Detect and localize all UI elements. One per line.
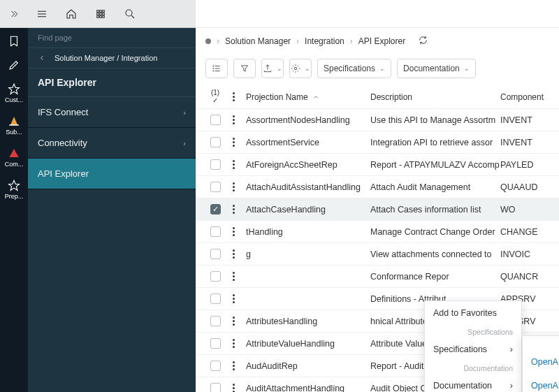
row-checkbox[interactable] (210, 115, 221, 125)
specifications-button[interactable]: Specifications⌄ (317, 59, 391, 78)
rail-expand-button[interactable] (0, 0, 28, 28)
ctx-specifications[interactable]: Specifications› (425, 337, 521, 361)
row-checkbox[interactable] (210, 226, 221, 237)
sidebar-item-label: IFS Connect (38, 107, 88, 117)
filter-button[interactable] (233, 59, 256, 78)
rail-edit[interactable] (0, 52, 28, 75)
row-menu[interactable] (225, 361, 242, 370)
cell-desc: Attach Cases information list (370, 205, 500, 215)
settings-button[interactable]: ⌄ (289, 59, 312, 78)
select-all[interactable]: (1) ✓ (205, 89, 225, 104)
cell-comp: CHANGE (500, 227, 549, 237)
pencil-icon (8, 59, 20, 71)
row-menu[interactable] (225, 249, 242, 259)
refresh-button[interactable] (418, 35, 428, 48)
row-menu[interactable] (225, 115, 242, 124)
rail-label: Cust... (5, 96, 23, 103)
list-view-button[interactable] (205, 59, 228, 78)
col-header-name[interactable]: Projection Name (242, 92, 370, 102)
rail-com[interactable]: Com... (0, 140, 28, 172)
submenu-openapi-v3[interactable]: OpenAPI v3 (523, 374, 559, 392)
filter-icon (240, 64, 249, 73)
submenu-openapi-v2[interactable]: OpenAPI v2 (523, 350, 559, 374)
row-menu[interactable] (225, 272, 242, 281)
apps-button[interactable] (94, 7, 108, 21)
row-checkbox[interactable] (210, 293, 221, 304)
button-label: Specifications (324, 64, 375, 73)
breadcrumb-part[interactable]: Integration (305, 36, 344, 46)
sidenav-topbar (28, 0, 196, 28)
cell-name: tHandling (242, 227, 370, 237)
rail-cust[interactable]: Cust... (0, 75, 28, 108)
ctx-group-label: Documentation (425, 361, 521, 374)
cell-comp: INVOIC (500, 249, 549, 259)
cell-name: AudAuditRep (242, 361, 370, 371)
row-menu[interactable] (225, 317, 242, 326)
cell-name: AttachAuditAssistantHandling (242, 182, 370, 192)
find-page-input[interactable]: Find page (28, 28, 196, 48)
rail-sub[interactable]: Sub... (0, 108, 28, 140)
table-row[interactable]: AssortmentNodesHandlingUse this API to M… (196, 109, 559, 131)
sidebar-item[interactable]: IFS Connect› (28, 97, 196, 128)
cell-name: AttributesHandling (242, 317, 370, 326)
breadcrumb-part[interactable]: API Explorer (358, 36, 405, 46)
breadcrumb-part[interactable]: Solution Manager (225, 36, 291, 46)
row-checkbox[interactable] (210, 338, 221, 349)
col-header-desc[interactable]: Description (370, 92, 500, 102)
ctx-documentation[interactable]: Documentation› (425, 374, 521, 392)
table-row[interactable]: ✓AttachCaseHandlingAttach Cases informat… (196, 198, 559, 221)
home-button[interactable] (64, 7, 78, 21)
ctx-add-favorites[interactable]: Add to Favorites (425, 301, 521, 325)
table-header: (1) ✓ Projection Name Description Compon… (196, 85, 559, 109)
submenu-group-label: Users (523, 336, 559, 350)
table-row[interactable]: AtForeignAccSheetRepReport - ATPAYMULAZV… (196, 154, 559, 176)
table-row[interactable]: gView attachments connected toINVOIC (196, 243, 559, 266)
row-menu[interactable] (225, 339, 242, 348)
col-header-comp[interactable]: Component (500, 92, 549, 102)
row-checkbox[interactable] (210, 271, 221, 282)
sidebar-item[interactable]: Connectivity› (28, 128, 196, 159)
table-row[interactable]: Conformance ReporQUANCR (196, 266, 559, 288)
kebab-icon (228, 272, 238, 281)
chevron-right-icon: › (217, 36, 219, 46)
row-checkbox[interactable] (210, 159, 221, 170)
row-menu[interactable] (225, 205, 242, 214)
rail-prep[interactable]: Prep... (0, 172, 28, 204)
header-menu[interactable] (225, 92, 242, 101)
row-checkbox[interactable]: ✓ (210, 204, 221, 215)
row-checkbox[interactable] (210, 361, 221, 371)
row-checkbox[interactable] (210, 137, 221, 147)
svg-marker-25 (241, 66, 247, 71)
rail-bookmark[interactable] (0, 28, 28, 52)
svg-point-17 (126, 10, 132, 16)
table-row[interactable]: AssortmentServiceIntegration API to retr… (196, 131, 559, 154)
hamburger-button[interactable] (35, 7, 49, 21)
home-icon (65, 8, 78, 20)
cell-desc: Use this API to Manage Assortm (370, 115, 500, 125)
sidebar-item[interactable]: API Explorer (28, 159, 196, 189)
kebab-icon (228, 227, 238, 236)
kebab-icon (228, 115, 238, 124)
chevron-right-icon: › (510, 381, 513, 391)
row-menu[interactable] (225, 160, 242, 169)
row-menu[interactable] (225, 227, 242, 236)
row-checkbox[interactable] (210, 249, 221, 259)
row-menu[interactable] (225, 182, 242, 191)
row-menu[interactable] (225, 138, 242, 147)
settings-icon (291, 64, 300, 73)
main-topbar (196, 0, 559, 28)
search-button[interactable] (123, 7, 137, 21)
row-checkbox[interactable] (210, 383, 221, 392)
export-button[interactable]: ⌄ (261, 59, 284, 78)
sidenav-breadcrumb[interactable]: Solution Manager / Integration (28, 48, 196, 68)
table-row[interactable]: tHandlingManage Contract Change OrderCHA… (196, 221, 559, 243)
row-menu[interactable] (225, 294, 242, 303)
row-checkbox[interactable] (210, 316, 221, 326)
row-menu[interactable] (225, 384, 242, 392)
star-icon (8, 179, 20, 191)
documentation-button[interactable]: Documentation⌄ (397, 59, 476, 78)
row-checkbox[interactable] (210, 182, 221, 192)
cell-desc: Conformance Repor (370, 272, 500, 282)
table-row[interactable]: AttachAuditAssistantHandlingAttach Audit… (196, 176, 559, 198)
svg-marker-3 (9, 149, 19, 157)
